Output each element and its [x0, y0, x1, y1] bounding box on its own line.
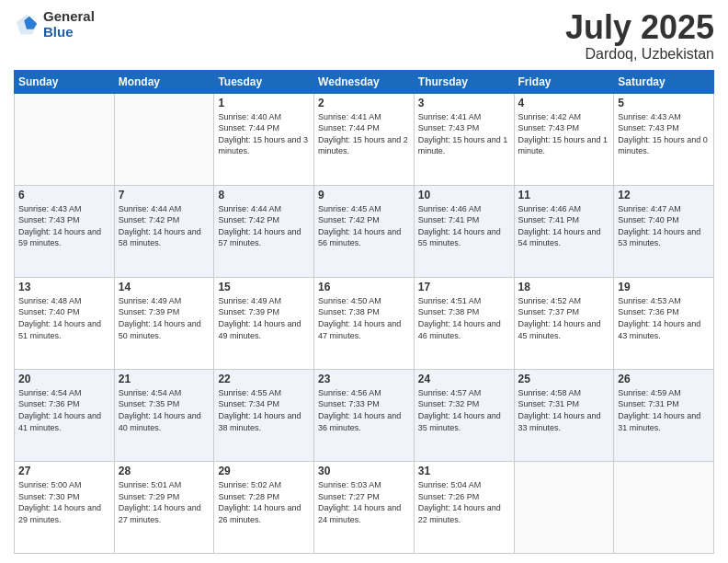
- day-info: Sunrise: 4:56 AMSunset: 7:33 PMDaylight:…: [318, 388, 401, 432]
- calendar-cell: 17 Sunrise: 4:51 AMSunset: 7:38 PMDaylig…: [414, 277, 514, 369]
- calendar-cell: 10 Sunrise: 4:46 AMSunset: 7:41 PMDaylig…: [414, 185, 514, 277]
- logo-icon: [14, 12, 40, 38]
- calendar-cell: [15, 93, 115, 185]
- day-number: 30: [318, 465, 410, 477]
- calendar-cell: [114, 93, 214, 185]
- day-info: Sunrise: 4:49 AMSunset: 7:39 PMDaylight:…: [218, 296, 301, 340]
- day-info: Sunrise: 4:59 AMSunset: 7:31 PMDaylight:…: [618, 388, 700, 432]
- calendar-cell: 7 Sunrise: 4:44 AMSunset: 7:42 PMDayligh…: [114, 185, 214, 277]
- day-info: Sunrise: 5:04 AMSunset: 7:26 PMDaylight:…: [418, 480, 501, 524]
- calendar-cell: 16 Sunrise: 4:50 AMSunset: 7:38 PMDaylig…: [314, 277, 415, 369]
- day-number: 3: [418, 97, 510, 109]
- day-number: 21: [119, 373, 210, 385]
- logo-blue: Blue: [43, 25, 95, 40]
- calendar-cell: 24 Sunrise: 4:57 AMSunset: 7:32 PMDaylig…: [414, 369, 514, 461]
- week-row: 20 Sunrise: 4:54 AMSunset: 7:36 PMDaylig…: [15, 369, 714, 461]
- day-info: Sunrise: 4:44 AMSunset: 7:42 PMDaylight:…: [218, 204, 301, 248]
- day-info: Sunrise: 4:58 AMSunset: 7:31 PMDaylight:…: [518, 388, 601, 432]
- day-info: Sunrise: 4:40 AMSunset: 7:44 PMDaylight:…: [218, 112, 308, 156]
- calendar-cell: 29 Sunrise: 5:02 AMSunset: 7:28 PMDaylig…: [214, 461, 314, 553]
- logo: General Blue: [14, 9, 95, 40]
- calendar-cell: 30 Sunrise: 5:03 AMSunset: 7:27 PMDaylig…: [314, 461, 415, 553]
- day-info: Sunrise: 5:01 AMSunset: 7:29 PMDaylight:…: [119, 480, 201, 524]
- day-number: 29: [218, 465, 310, 477]
- day-info: Sunrise: 4:41 AMSunset: 7:43 PMDaylight:…: [418, 112, 508, 156]
- calendar-cell: 21 Sunrise: 4:54 AMSunset: 7:35 PMDaylig…: [114, 369, 214, 461]
- logo-general: General: [43, 9, 95, 25]
- week-row: 6 Sunrise: 4:43 AMSunset: 7:43 PMDayligh…: [15, 185, 714, 277]
- week-row: 13 Sunrise: 4:48 AMSunset: 7:40 PMDaylig…: [15, 277, 714, 369]
- title-block: July 2025 Dardoq, Uzbekistan: [565, 9, 714, 63]
- day-info: Sunrise: 4:50 AMSunset: 7:38 PMDaylight:…: [318, 296, 401, 340]
- calendar-cell: 27 Sunrise: 5:00 AMSunset: 7:30 PMDaylig…: [15, 461, 115, 553]
- day-info: Sunrise: 4:55 AMSunset: 7:34 PMDaylight:…: [218, 388, 301, 432]
- day-info: Sunrise: 4:45 AMSunset: 7:42 PMDaylight:…: [318, 204, 401, 248]
- day-number: 6: [18, 189, 110, 201]
- day-number: 14: [119, 281, 210, 293]
- day-number: 20: [18, 373, 110, 385]
- calendar-cell: 4 Sunrise: 4:42 AMSunset: 7:43 PMDayligh…: [514, 93, 614, 185]
- col-sunday: Sunday: [15, 70, 115, 93]
- day-number: 2: [318, 97, 410, 109]
- logo-text: General Blue: [43, 9, 95, 40]
- calendar-cell: 26 Sunrise: 4:59 AMSunset: 7:31 PMDaylig…: [614, 369, 714, 461]
- day-number: 16: [318, 281, 410, 293]
- day-number: 17: [418, 281, 510, 293]
- day-number: 26: [618, 373, 710, 385]
- day-number: 11: [518, 189, 610, 201]
- month-title: July 2025: [565, 9, 714, 46]
- day-number: 7: [119, 189, 210, 201]
- day-number: 22: [218, 373, 310, 385]
- col-wednesday: Wednesday: [314, 70, 415, 93]
- day-number: 24: [418, 373, 510, 385]
- calendar-cell: 5 Sunrise: 4:43 AMSunset: 7:43 PMDayligh…: [614, 93, 714, 185]
- header: General Blue July 2025 Dardoq, Uzbekista…: [14, 9, 714, 63]
- calendar-cell: 18 Sunrise: 4:52 AMSunset: 7:37 PMDaylig…: [514, 277, 614, 369]
- calendar-cell: 31 Sunrise: 5:04 AMSunset: 7:26 PMDaylig…: [414, 461, 514, 553]
- calendar-table: Sunday Monday Tuesday Wednesday Thursday…: [14, 70, 714, 554]
- day-number: 10: [418, 189, 510, 201]
- calendar-cell: 12 Sunrise: 4:47 AMSunset: 7:40 PMDaylig…: [614, 185, 714, 277]
- calendar-cell: 20 Sunrise: 4:54 AMSunset: 7:36 PMDaylig…: [15, 369, 115, 461]
- day-info: Sunrise: 5:00 AMSunset: 7:30 PMDaylight:…: [18, 480, 101, 524]
- day-number: 9: [318, 189, 410, 201]
- day-number: 28: [119, 465, 210, 477]
- day-info: Sunrise: 5:02 AMSunset: 7:28 PMDaylight:…: [218, 480, 301, 524]
- calendar-cell: 2 Sunrise: 4:41 AMSunset: 7:44 PMDayligh…: [314, 93, 415, 185]
- day-info: Sunrise: 4:44 AMSunset: 7:42 PMDaylight:…: [119, 204, 201, 248]
- day-number: 13: [18, 281, 110, 293]
- day-number: 4: [518, 97, 610, 109]
- day-info: Sunrise: 4:41 AMSunset: 7:44 PMDaylight:…: [318, 112, 408, 156]
- day-info: Sunrise: 4:53 AMSunset: 7:36 PMDaylight:…: [618, 296, 700, 340]
- week-row: 27 Sunrise: 5:00 AMSunset: 7:30 PMDaylig…: [15, 461, 714, 553]
- day-info: Sunrise: 4:52 AMSunset: 7:37 PMDaylight:…: [518, 296, 601, 340]
- col-friday: Friday: [514, 70, 614, 93]
- day-info: Sunrise: 4:54 AMSunset: 7:35 PMDaylight:…: [119, 388, 201, 432]
- calendar-cell: 23 Sunrise: 4:56 AMSunset: 7:33 PMDaylig…: [314, 369, 415, 461]
- day-info: Sunrise: 4:46 AMSunset: 7:41 PMDaylight:…: [418, 204, 501, 248]
- calendar-cell: 25 Sunrise: 4:58 AMSunset: 7:31 PMDaylig…: [514, 369, 614, 461]
- calendar-cell: [514, 461, 614, 553]
- col-saturday: Saturday: [614, 70, 714, 93]
- day-info: Sunrise: 4:42 AMSunset: 7:43 PMDaylight:…: [518, 112, 609, 156]
- week-row: 1 Sunrise: 4:40 AMSunset: 7:44 PMDayligh…: [15, 93, 714, 185]
- day-number: 25: [518, 373, 610, 385]
- day-number: 15: [218, 281, 310, 293]
- day-info: Sunrise: 4:43 AMSunset: 7:43 PMDaylight:…: [18, 204, 101, 248]
- calendar-cell: 3 Sunrise: 4:41 AMSunset: 7:43 PMDayligh…: [414, 93, 514, 185]
- day-info: Sunrise: 4:43 AMSunset: 7:43 PMDaylight:…: [618, 112, 708, 156]
- day-number: 31: [418, 465, 510, 477]
- day-number: 27: [18, 465, 110, 477]
- col-monday: Monday: [114, 70, 214, 93]
- location-title: Dardoq, Uzbekistan: [565, 46, 714, 63]
- page: General Blue July 2025 Dardoq, Uzbekista…: [0, 0, 728, 563]
- day-info: Sunrise: 4:57 AMSunset: 7:32 PMDaylight:…: [418, 388, 501, 432]
- col-tuesday: Tuesday: [214, 70, 314, 93]
- day-number: 5: [618, 97, 710, 109]
- calendar-cell: 14 Sunrise: 4:49 AMSunset: 7:39 PMDaylig…: [114, 277, 214, 369]
- col-thursday: Thursday: [414, 70, 514, 93]
- calendar-cell: 13 Sunrise: 4:48 AMSunset: 7:40 PMDaylig…: [15, 277, 115, 369]
- calendar-cell: 15 Sunrise: 4:49 AMSunset: 7:39 PMDaylig…: [214, 277, 314, 369]
- calendar-cell: 28 Sunrise: 5:01 AMSunset: 7:29 PMDaylig…: [114, 461, 214, 553]
- day-number: 8: [218, 189, 310, 201]
